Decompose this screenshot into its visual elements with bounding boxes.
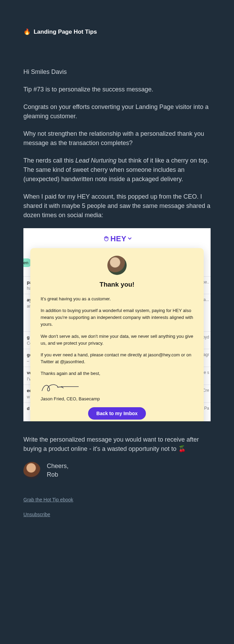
hey-screenshot: HEY en pahang pe.. ayinanka... g PaCodlo…: [23, 228, 211, 421]
hey-wave-icon: [102, 235, 110, 242]
body-p4: The nerds call this Lead Nurturing but t…: [23, 156, 211, 184]
modal-p4: If you ever need a hand, please contact …: [41, 352, 193, 365]
modal-p3: We don't serve ads, we don't mine your d…: [41, 333, 193, 347]
header-title-text: Landing Page Hot Tips: [34, 29, 97, 35]
greeting: Hi Smiles Davis: [23, 67, 211, 77]
hey-logo: HEY: [23, 233, 211, 244]
body-p2: Congrats on your efforts converting your…: [23, 102, 211, 121]
body-p6: Write the personalized message you would…: [23, 435, 211, 454]
thank-you-modal: Thank you! It's great having you as a cu…: [30, 248, 204, 421]
modal-title: Thank you!: [41, 280, 193, 290]
chevron-down-icon: [128, 236, 132, 241]
ceo-avatar: [107, 256, 127, 275]
body-p3: Why not strengthen the relationship with…: [23, 129, 211, 148]
signature-icon: [41, 382, 193, 393]
body-p4a: The nerds call this: [23, 157, 75, 164]
body-p5: When I paid for my HEY account, this pop…: [23, 192, 211, 220]
body-p4-em: Lead Nurturing: [75, 157, 116, 164]
bg-r2r: a...: [203, 297, 209, 303]
fire-icon: 🔥: [23, 29, 31, 35]
ebook-link[interactable]: Grab the Hot Tip ebook: [23, 496, 211, 503]
body-p1: Tip #73 is to personalize the success me…: [23, 85, 211, 94]
modal-p5: Thanks again and all the best,: [41, 370, 193, 377]
hey-logo-text: HEY: [110, 233, 127, 244]
page-title: 🔥 Landing Page Hot Tips: [23, 27, 211, 36]
signoff-name: Rob: [47, 470, 68, 479]
author-avatar: [23, 462, 41, 479]
signoff: Cheers, Rob: [23, 462, 211, 479]
unsubscribe-link[interactable]: Unsubscribe: [23, 511, 211, 518]
modal-p2: In addition to buying yourself a wonderf…: [41, 307, 193, 328]
back-to-imbox-button[interactable]: Back to my Imbox: [88, 407, 146, 420]
modal-p1: It's great having you as a customer.: [41, 296, 193, 302]
signature-name: Jason Fried, CEO, Basecamp: [41, 396, 193, 402]
signoff-cheers: Cheers,: [47, 462, 68, 470]
